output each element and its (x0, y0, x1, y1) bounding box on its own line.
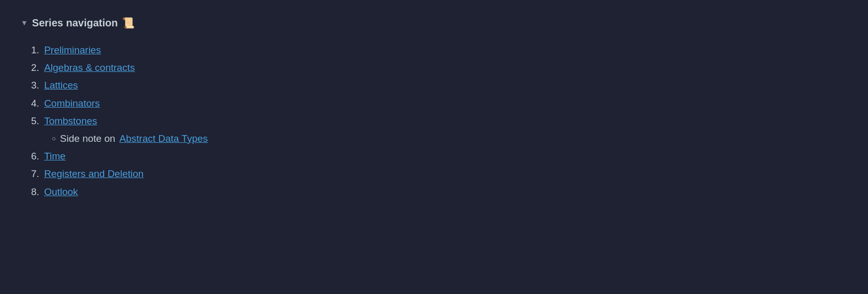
nav-item: 7. Registers and Deletion (31, 165, 847, 183)
nav-item-number: 6. (31, 151, 42, 161)
nav-item-link[interactable]: Time (44, 151, 66, 161)
nav-item: 3. Lattices (31, 77, 847, 94)
nav-item-link[interactable]: Algebras & contracts (44, 62, 135, 73)
page-container: ▼ Series navigation 📜 1. Preliminaries2.… (0, 0, 868, 294)
series-nav-header: ▼ Series navigation 📜 (21, 17, 847, 29)
collapse-triangle-icon[interactable]: ▼ (21, 19, 28, 27)
nav-item: 4. Combinators (31, 95, 847, 112)
nav-item: 1. Preliminaries (31, 41, 847, 59)
nav-item: 5. TombstonesSide note on Abstract Data … (31, 112, 847, 148)
series-nav-title: Series navigation (32, 17, 118, 29)
nav-item-number: 4. (31, 98, 42, 109)
sub-nav-item-prefix: Side note on (60, 130, 115, 148)
nav-item: 8. Outlook (31, 183, 847, 201)
nav-item: 6. Time (31, 148, 847, 165)
sub-nav-item: Side note on Abstract Data Types (52, 130, 847, 148)
nav-item-link[interactable]: Preliminaries (44, 45, 101, 55)
sub-nav-item-link[interactable]: Abstract Data Types (120, 130, 208, 148)
nav-item-link[interactable]: Registers and Deletion (44, 168, 143, 179)
nav-item-number: 7. (31, 168, 42, 179)
nav-item-number: 8. (31, 186, 42, 197)
series-nav-list: 1. Preliminaries2. Algebras & contracts3… (31, 41, 847, 201)
nav-item-number: 1. (31, 45, 42, 55)
nav-item-link[interactable]: Tombstones (44, 115, 97, 126)
sub-nav-list: Side note on Abstract Data Types (52, 130, 847, 148)
nav-item-number: 2. (31, 62, 42, 73)
nav-item-number: 3. (31, 80, 42, 91)
nav-item-link[interactable]: Lattices (44, 80, 78, 91)
nav-item-link[interactable]: Outlook (44, 186, 78, 197)
nav-item: 2. Algebras & contracts (31, 59, 847, 77)
nav-item-number: 5. (31, 115, 42, 126)
nav-item-link[interactable]: Combinators (44, 98, 100, 109)
scroll-icon: 📜 (122, 17, 135, 29)
